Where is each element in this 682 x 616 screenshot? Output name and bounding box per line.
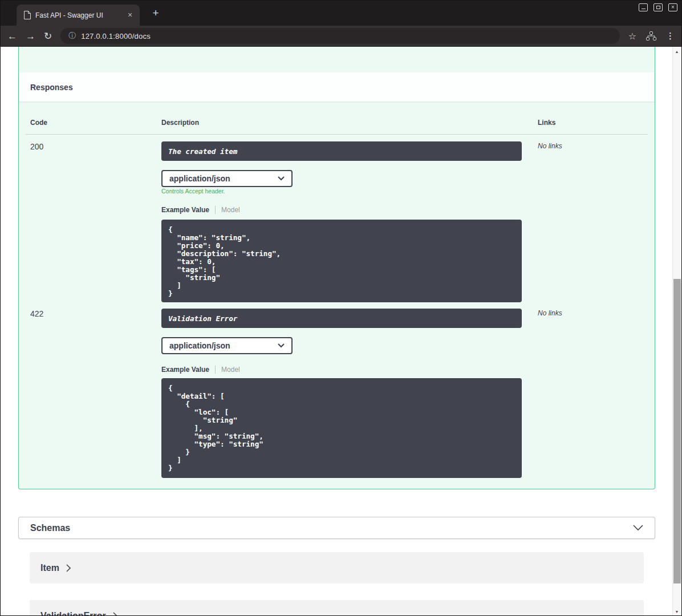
response-code-200: 200 [30,142,43,151]
schemas-title: Schemas [30,523,70,533]
browser-tab[interactable]: Fast API - Swagger UI × [17,5,140,26]
column-header-description: Description [161,119,199,127]
response-links-200: No links [538,142,562,150]
page-favicon-icon [23,11,31,19]
example-json-422: { "detail": [ { "loc": [ "string" ], "ms… [161,378,522,478]
schemas-section-header[interactable]: Schemas [18,517,655,539]
scrollbar-thumb[interactable] [673,279,681,583]
schema-model-item[interactable]: Item [30,552,644,583]
tab-title: Fast API - Swagger UI [35,11,120,19]
minimize-button[interactable] [639,3,648,11]
response-description-422: Validation Error [161,309,522,328]
chevron-down-icon [278,343,285,348]
chevron-right-icon [113,612,117,616]
chevron-right-icon [66,564,71,572]
response-links-422: No links [538,309,562,317]
maximize-button[interactable] [653,3,663,11]
scroll-up-icon[interactable]: ▲ [673,47,681,56]
media-type-select-422[interactable]: application/json [161,337,293,354]
model-name: Item [40,563,59,573]
browser-menu-icon[interactable]: ⋮ [666,31,675,41]
tab-model[interactable]: Model [215,206,240,214]
back-icon[interactable]: ← [7,31,17,41]
example-json-200: { "name": "string", "price": 0, "descrip… [161,220,522,302]
response-code-422: 422 [30,309,43,318]
response-description-200: The created item [161,141,522,161]
responses-title: Responses [30,83,73,92]
example-model-tabs-422: Example Value Model [161,366,240,374]
toolbar-right: ☆ ⋮ [628,31,675,42]
column-header-code: Code [30,119,47,127]
scroll-down-icon[interactable]: ▼ [673,607,681,616]
schema-model-validationerror[interactable]: ValidationError [30,600,644,616]
media-type-select-200[interactable]: application/json [161,170,293,187]
close-button[interactable]: × [668,3,677,11]
window-controls: × [639,3,677,11]
tab-example-value[interactable]: Example Value [161,366,215,374]
media-type-value: application/json [169,341,230,350]
forward-icon[interactable]: → [26,31,35,41]
site-info-icon[interactable]: ⓘ [68,31,76,41]
titlebar: Fast API - Swagger UI × + × [1,1,681,26]
tab-close-icon[interactable]: × [125,10,135,21]
sitemap-icon[interactable] [646,31,656,40]
responses-section-header: Responses [19,72,655,102]
bookmark-star-icon[interactable]: ☆ [628,31,636,42]
chevron-down-icon[interactable] [633,525,643,531]
accept-header-note: Controls Accept header. [161,188,225,194]
address-bar[interactable]: ⓘ 127.0.0.1:8000/docs [60,28,619,44]
new-tab-button[interactable]: + [149,7,163,21]
vertical-scrollbar[interactable]: ▲ ▼ [672,47,681,616]
tab-model[interactable]: Model [215,366,240,374]
reload-icon[interactable]: ↻ [44,31,52,41]
table-header-divider [26,134,648,135]
url-text: 127.0.0.1:8000/docs [81,32,151,40]
browser-toolbar: ← → ↻ ⓘ 127.0.0.1:8000/docs ☆ ⋮ [1,26,681,47]
chevron-down-icon [278,176,285,181]
example-model-tabs-200: Example Value Model [161,206,240,214]
tab-example-value[interactable]: Example Value [161,206,215,214]
post-endpoint-panel: Responses Code Description Links 200 The… [18,47,655,489]
media-type-value: application/json [169,174,230,183]
browser-window: Fast API - Swagger UI × + × ← → ↻ ⓘ 127.… [0,0,682,616]
column-header-links: Links [538,119,555,127]
swagger-page: Responses Code Description Links 200 The… [1,47,674,616]
model-name: ValidationError [40,611,106,616]
